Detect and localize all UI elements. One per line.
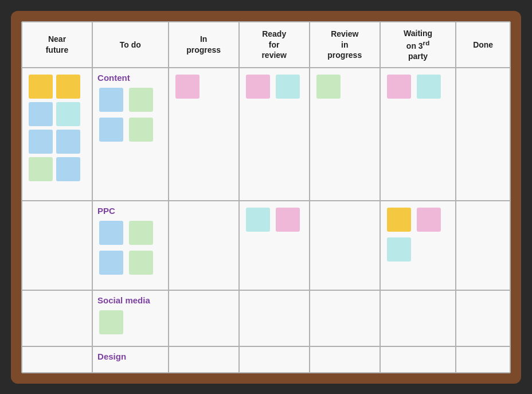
sticky-note [129, 221, 153, 245]
col-header-inprogress: Inprogress [169, 22, 239, 68]
cell-todo: Design [92, 346, 169, 372]
sticky-note [276, 75, 300, 99]
category-label: Design [97, 352, 163, 361]
sticky-note [129, 251, 153, 275]
sticky-note [387, 237, 411, 262]
cell-near-future [22, 201, 92, 290]
cell-review [310, 290, 380, 346]
category-label: PPC [97, 206, 163, 216]
cell-waiting [380, 201, 456, 290]
sticky-note [387, 75, 411, 99]
sticky-note [175, 75, 200, 99]
category-label: Social media [97, 295, 163, 305]
board-inner: Nearfuture To do Inprogress Readyforrevi… [21, 21, 511, 373]
sticky-note [246, 75, 270, 99]
col-header-todo: To do [92, 22, 169, 68]
sticky-note [99, 251, 123, 275]
sticky-note [129, 88, 153, 112]
sticky-note [387, 208, 411, 232]
sticky-note [99, 221, 123, 245]
cell-inprogress [169, 68, 239, 201]
cell-inprogress [169, 201, 239, 290]
cell-review [310, 201, 380, 290]
cell-todo: Content [92, 68, 169, 201]
cell-near-future [22, 68, 92, 201]
col-header-near-future: Nearfuture [22, 22, 92, 68]
sticky-note [99, 118, 123, 142]
board-frame: Nearfuture To do Inprogress Readyforrevi… [11, 11, 521, 384]
cell-done [456, 201, 510, 290]
kanban-row: Design [22, 346, 510, 372]
cell-near-future [22, 346, 92, 372]
cell-ready [239, 290, 310, 346]
sticky-note [129, 118, 153, 142]
sticky-note [56, 157, 80, 181]
cell-todo: PPC [92, 201, 169, 290]
cell-done [456, 68, 510, 201]
sticky-note [29, 75, 53, 99]
kanban-row: Social media [22, 290, 510, 346]
sticky-note [56, 102, 80, 126]
sticky-note [246, 208, 270, 232]
cell-done [456, 346, 510, 372]
cell-ready [239, 68, 310, 201]
sticky-note [29, 130, 53, 154]
category-label: Content [97, 73, 163, 83]
kanban-row: PPC [22, 201, 510, 290]
cell-review [310, 346, 380, 372]
sticky-note [276, 208, 300, 232]
sticky-note [99, 310, 123, 334]
cell-waiting [380, 68, 456, 201]
sticky-note [417, 208, 441, 232]
col-header-review: Reviewinprogress [310, 22, 380, 68]
sticky-note [56, 130, 80, 154]
cell-review [310, 68, 380, 201]
sticky-note [316, 75, 341, 99]
cell-waiting [380, 346, 456, 372]
kanban-table: Nearfuture To do Inprogress Readyforrevi… [21, 21, 511, 373]
cell-inprogress [169, 290, 239, 346]
sticky-note [29, 102, 53, 126]
kanban-row: Content [22, 68, 510, 201]
cell-waiting [380, 290, 456, 346]
col-header-ready: Readyforreview [239, 22, 310, 68]
cell-near-future [22, 290, 92, 346]
sticky-note [99, 88, 123, 112]
col-header-done: Done [456, 22, 510, 68]
cell-ready [239, 346, 310, 372]
sticky-note [29, 157, 53, 181]
sticky-note [56, 75, 80, 99]
cell-todo: Social media [92, 290, 169, 346]
cell-inprogress [169, 346, 239, 372]
col-header-waiting: Waitingon 3rdparty [380, 22, 456, 68]
cell-ready [239, 201, 310, 290]
sticky-note [417, 75, 441, 99]
cell-done [456, 290, 510, 346]
